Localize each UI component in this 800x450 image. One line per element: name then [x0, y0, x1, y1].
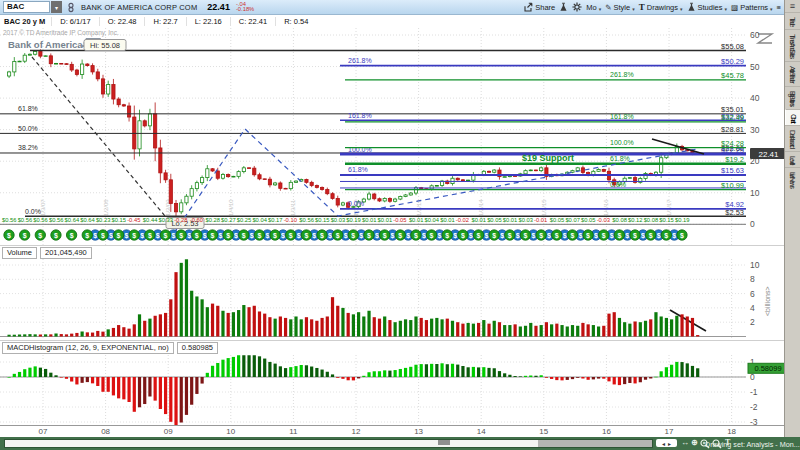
- svg-text:$: $: [469, 232, 473, 240]
- macd-study-label[interactable]: MACDHistogram (12, 26, 9, EXPONENTIAL, n…: [2, 342, 174, 354]
- mode-button[interactable]: Mo ▾: [586, 3, 601, 12]
- text-tool-icon[interactable]: T: [725, 438, 730, 447]
- trading-platform-window: BAC ▾ BANK OF AMERICA CORP COM 22.41 -.0…: [0, 0, 800, 450]
- year-label: 13: [409, 427, 429, 436]
- chevron-down-icon: ▾: [632, 6, 635, 12]
- svg-text:$0.01: $0.01: [362, 217, 377, 223]
- svg-text:$: $: [523, 232, 527, 240]
- volume-study-label[interactable]: Volume: [2, 247, 37, 259]
- svg-text:$: $: [625, 232, 629, 240]
- chart-scrollbar-track[interactable]: [4, 439, 539, 448]
- studies-button[interactable]: Studies ▾: [687, 2, 728, 12]
- svg-text:$: $: [93, 232, 97, 240]
- svg-text:0.0%: 0.0%: [610, 181, 626, 188]
- side-tab-big-buttons[interactable]: Big Buttons: [785, 86, 800, 109]
- svg-text:40: 40: [750, 93, 760, 103]
- side-tab-chart[interactable]: Chart: [785, 109, 800, 125]
- style-button[interactable]: ✎ Style ▾: [605, 3, 635, 12]
- side-tab-dashboard[interactable]: Dashboard: [785, 125, 800, 151]
- svg-text:10: 10: [750, 260, 760, 270]
- scroll-left-icon[interactable]: ◂: [662, 440, 665, 447]
- style-icon: ✎: [605, 3, 611, 12]
- symbol-input[interactable]: BAC: [3, 1, 50, 13]
- chart-scrollbar-thumb[interactable]: [438, 440, 450, 445]
- quick-study-button[interactable]: [559, 2, 568, 12]
- svg-text:1/2/15: 1/2/15: [541, 199, 547, 216]
- svg-text:$0.08: $0.08: [644, 217, 659, 223]
- svg-text:$0.23: $0.23: [96, 217, 111, 223]
- reset-zoom-icon[interactable]: ⊕: [691, 438, 698, 447]
- year-label: 18: [722, 427, 742, 436]
- svg-text:-0.10: -0.10: [284, 217, 297, 223]
- svg-text:$: $: [70, 232, 74, 240]
- symbol-dropdown-button[interactable]: ▾: [51, 1, 62, 13]
- svg-text:$45.78: $45.78: [721, 71, 744, 80]
- svg-text:$: $: [555, 232, 559, 240]
- svg-text:$: $: [539, 232, 543, 240]
- volume-pane-header: Volume 201,045,490: [0, 245, 785, 259]
- svg-text:$: $: [610, 232, 614, 240]
- pan-tool-icon[interactable]: ↔: [681, 438, 689, 447]
- year-label: 11: [283, 427, 303, 436]
- svg-text:$: $: [547, 232, 551, 240]
- svg-text:$: $: [148, 232, 152, 240]
- drawings-button[interactable]: T Drawings ▾: [639, 2, 683, 12]
- svg-text:$: $: [359, 232, 363, 240]
- ohlc-cell: O: 22.48: [99, 17, 145, 26]
- svg-text:100.0%: 100.0%: [610, 139, 634, 146]
- svg-text:$0.27: $0.27: [221, 217, 236, 223]
- svg-text:-3: -3: [750, 417, 758, 425]
- svg-text:$: $: [7, 232, 11, 240]
- side-tab-trade[interactable]: Trade: [785, 12, 800, 29]
- studies-label: Studies: [698, 3, 723, 12]
- settings-button[interactable]: [572, 2, 582, 12]
- tab-strip-menu-icon[interactable]: ≡: [785, 0, 800, 12]
- svg-text:$0.04: $0.04: [425, 217, 440, 223]
- link-gadget-icon[interactable]: [67, 2, 75, 13]
- toolbar-menu-button[interactable]: ≡: [777, 3, 781, 12]
- svg-text:$28.81: $28.81: [721, 125, 744, 134]
- svg-text:$: $: [109, 232, 113, 240]
- svg-text:$0.19: $0.19: [675, 217, 690, 223]
- svg-text:$0.03: $0.03: [518, 217, 533, 223]
- svg-text:$: $: [453, 232, 457, 240]
- svg-text:$: $: [445, 232, 449, 240]
- chart-toolbar: BAC ▾ BANK OF AMERICA CORP COM 22.41 -.0…: [0, 0, 785, 15]
- svg-text:1/4/16: 1/4/16: [603, 199, 609, 216]
- year-label: 09: [158, 427, 178, 436]
- svg-text:60: 60: [750, 30, 760, 40]
- svg-text:$: $: [641, 232, 645, 240]
- year-label: 16: [596, 427, 616, 436]
- event-icons: $$$$$$$$$$$$$$$$$$$$$$$$$$$$$$$$$$$$$$$$…: [4, 230, 687, 240]
- zoom-in-icon[interactable]: [700, 439, 710, 449]
- chart-scrollbar-track-hidden-range[interactable]: [538, 439, 653, 448]
- svg-text:$: $: [375, 232, 379, 240]
- svg-text:22.41: 22.41: [758, 150, 779, 159]
- zoom-out-icon[interactable]: [712, 439, 722, 449]
- patterns-icon: ▨: [731, 3, 738, 12]
- svg-text:-0.60: -0.60: [190, 217, 203, 223]
- chart-canvas[interactable]: 1/3/071/2/081/2/091/4/101/3/111/3/121/2/…: [0, 28, 785, 425]
- svg-text:10: 10: [750, 188, 760, 198]
- share-button[interactable]: Share: [523, 2, 555, 12]
- svg-text:$50.29: $50.29: [721, 57, 744, 66]
- side-tab-active-trader[interactable]: Active Trader: [785, 61, 800, 86]
- svg-text:$: $: [383, 232, 387, 240]
- svg-text:$0.05: $0.05: [581, 217, 596, 223]
- svg-text:-0.45: -0.45: [127, 217, 140, 223]
- scroll-right-icon[interactable]: ▸: [668, 440, 671, 447]
- svg-text:0.0%: 0.0%: [348, 200, 364, 207]
- svg-text:$: $: [485, 232, 489, 240]
- svg-text:$: $: [320, 232, 324, 240]
- side-tab-live-news[interactable]: Live News: [785, 167, 800, 191]
- side-tab-times-and-sales[interactable]: Times And Sales: [785, 29, 800, 61]
- svg-text:$0.64: $0.64: [65, 217, 80, 223]
- patterns-button[interactable]: ▨ Patterns ▾: [731, 3, 773, 12]
- svg-text:$: $: [438, 232, 442, 240]
- svg-text:$: $: [54, 232, 58, 240]
- change-percent: -0.18%: [236, 7, 254, 13]
- side-tab-level-ii[interactable]: Level II: [785, 151, 800, 167]
- scroll-nav-buttons[interactable]: ◂ ▸: [656, 439, 677, 447]
- svg-text:$: $: [140, 232, 144, 240]
- svg-text:8: 8: [750, 274, 755, 284]
